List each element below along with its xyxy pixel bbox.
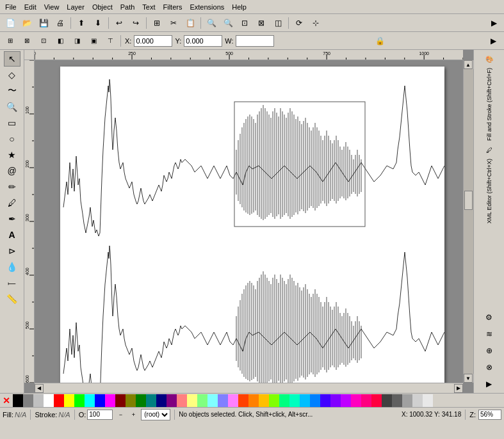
zoom-tool[interactable]: 🔍 (4, 99, 20, 115)
layer-select[interactable]: (root) (141, 409, 170, 420)
rotate-btn[interactable]: ⟳ (291, 16, 307, 30)
y-input[interactable] (184, 35, 222, 47)
color-swatch[interactable] (197, 394, 207, 407)
cut-btn[interactable]: ✂ (166, 16, 181, 30)
color-swatch[interactable] (392, 394, 402, 407)
menu-object[interactable]: Object (88, 2, 117, 12)
color-swatch[interactable] (54, 394, 64, 407)
color-swatch[interactable] (95, 394, 105, 407)
panel-btn-2[interactable]: ≋ (480, 326, 499, 342)
color-swatch[interactable] (351, 394, 361, 407)
print-btn[interactable]: 🖨 (53, 16, 68, 30)
color-swatch[interactable] (320, 394, 330, 407)
overflow-btn[interactable]: ▶ (486, 16, 501, 30)
canvas-inner[interactable] (35, 60, 463, 383)
undo-btn[interactable]: ↩ (111, 16, 127, 30)
export-btn[interactable]: ⬇ (90, 16, 106, 30)
center-snap-btn[interactable]: ⊡ (36, 34, 51, 48)
zoom-input[interactable] (478, 410, 501, 420)
menu-layer[interactable]: Layer (63, 2, 88, 12)
x-input[interactable] (134, 35, 172, 47)
xml-editor-btn[interactable]: 🖊 (480, 142, 499, 157)
canvas-wrapper[interactable]: ▲ ▼ ◀ ▶ (24, 50, 473, 393)
color-swatch[interactable] (259, 394, 269, 407)
snap-snap-btn[interactable]: ⊞ (3, 34, 18, 48)
no-color-btn[interactable]: ✕ (0, 394, 13, 407)
menu-text[interactable]: Text (138, 2, 159, 12)
color-swatch[interactable] (279, 394, 289, 407)
panel-overflow-btn[interactable]: ▶ (480, 376, 499, 392)
node-tool[interactable]: ◇ (4, 67, 20, 83)
color-swatch[interactable] (13, 394, 23, 407)
scroll-up-btn[interactable]: ▲ (464, 60, 473, 69)
color-swatch[interactable] (23, 394, 33, 407)
star-tool[interactable]: ★ (4, 147, 20, 163)
menu-file[interactable]: File (1, 2, 20, 12)
save-btn[interactable]: 💾 (36, 16, 51, 30)
ellipse-tool[interactable]: ○ (4, 131, 20, 147)
scroll-track-v[interactable] (464, 69, 473, 374)
zoom-fit-btn[interactable]: ⊡ (237, 16, 252, 30)
vertical-scrollbar[interactable]: ▲ ▼ (463, 60, 473, 383)
transform-btn[interactable]: ⊹ (308, 16, 323, 30)
tweak-tool[interactable]: 〜 (4, 83, 20, 99)
panel-btn-4[interactable]: ⊗ (480, 360, 499, 375)
opacity-decrease-btn[interactable]: − (115, 410, 126, 420)
menu-edit[interactable]: Edit (20, 2, 40, 12)
color-swatch[interactable] (300, 394, 310, 407)
color-swatch[interactable] (85, 394, 95, 407)
color-swatch[interactable] (115, 394, 126, 407)
color-swatch[interactable] (371, 394, 382, 407)
new-btn[interactable]: 📄 (3, 16, 18, 30)
opacity-increase-btn[interactable]: + (128, 410, 138, 420)
calligraphy-tool[interactable]: ✒ (4, 211, 20, 227)
open-btn[interactable]: 📂 (19, 16, 35, 30)
color-swatch[interactable] (207, 394, 218, 407)
overflow2-btn[interactable]: ▶ (486, 34, 501, 48)
scroll-left-btn[interactable]: ◀ (35, 384, 44, 393)
color-swatch[interactable] (126, 394, 136, 407)
horizontal-scrollbar[interactable]: ◀ ▶ (35, 383, 463, 393)
select-tool[interactable]: ↖ (4, 51, 20, 67)
menu-view[interactable]: View (40, 2, 63, 12)
panel-btn-3[interactable]: ⊕ (480, 343, 499, 358)
color-swatch[interactable] (330, 394, 341, 407)
lock-btn[interactable]: 🔒 (373, 34, 388, 48)
panel-btn-1[interactable]: ⚙ (480, 310, 499, 325)
pen-tool[interactable]: 🖊 (4, 195, 20, 211)
color-swatch[interactable] (402, 394, 412, 407)
color-swatch[interactable] (361, 394, 371, 407)
measure-tool[interactable]: 📏 (4, 291, 20, 307)
zoom-in-btn[interactable]: 🔍 (204, 16, 219, 30)
paste-btn[interactable]: 📋 (183, 16, 198, 30)
color-swatch[interactable] (156, 394, 167, 407)
color-swatch[interactable] (269, 394, 279, 407)
align-c-btn[interactable]: ◨ (69, 34, 85, 48)
menu-extensions[interactable]: Extensions (186, 2, 228, 12)
pencil-tool[interactable]: ✏ (4, 179, 20, 195)
zoom-orig-btn[interactable]: ◫ (270, 16, 286, 30)
fill-stroke-panel-btn[interactable]: 🎨 (480, 51, 499, 67)
menu-path[interactable]: Path (117, 2, 139, 12)
menu-help[interactable]: Help (228, 2, 250, 12)
color-swatch[interactable] (228, 394, 238, 407)
color-swatch[interactable] (64, 394, 74, 407)
zoom-draw-btn[interactable]: ⊠ (254, 16, 269, 30)
dropper-tool[interactable]: 💧 (4, 259, 20, 275)
align-t-btn[interactable]: ⊤ (102, 34, 118, 48)
spiral-tool[interactable]: @ (4, 163, 20, 179)
align-l-btn[interactable]: ◧ (53, 34, 68, 48)
color-swatch[interactable] (341, 394, 351, 407)
color-swatch[interactable] (177, 394, 187, 407)
color-swatch[interactable] (218, 394, 228, 407)
color-swatch[interactable] (238, 394, 248, 407)
opacity-input[interactable] (87, 410, 113, 420)
menu-filters[interactable]: Filters (159, 2, 186, 12)
import-btn[interactable]: ⬆ (74, 16, 89, 30)
color-swatch[interactable] (167, 394, 177, 407)
color-swatch[interactable] (289, 394, 300, 407)
scroll-thumb-v[interactable] (464, 191, 473, 210)
zoom-out-btn[interactable]: 🔍 (220, 16, 236, 30)
redo-btn[interactable]: ↪ (128, 16, 143, 30)
scroll-right-btn[interactable]: ▶ (454, 384, 463, 393)
